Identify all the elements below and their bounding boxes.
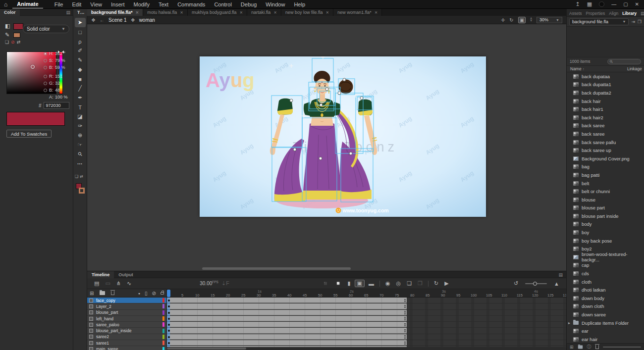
color-row-value[interactable]: 79 % xyxy=(55,58,65,63)
end-frame-marker[interactable] xyxy=(404,329,406,333)
new-layer-icon[interactable]: ⊞ xyxy=(90,291,94,296)
scene-breadcrumb[interactable]: Scene 1 xyxy=(108,17,127,23)
library-item[interactable]: down body xyxy=(567,294,644,302)
layer-row[interactable]: face_copy xyxy=(87,298,166,303)
hide-column-icon[interactable]: ⊘ xyxy=(152,291,156,296)
symbol-breadcrumb[interactable]: woman xyxy=(139,17,155,23)
rotation-tool-icon[interactable]: ↻ xyxy=(509,17,513,23)
document-tab[interactable]: nartaki.fla✕ xyxy=(247,9,281,16)
library-item-name[interactable]: cap xyxy=(582,262,589,268)
library-item-name[interactable]: back dupatta1 xyxy=(582,82,611,87)
new-folder-icon[interactable] xyxy=(578,345,582,349)
tab-output[interactable]: Output xyxy=(114,271,138,278)
library-item[interactable]: cds xyxy=(567,269,644,278)
layer-color-chip[interactable] xyxy=(162,304,164,308)
asset-warp-tool[interactable]: ⊕ xyxy=(75,131,86,140)
ruler-number[interactable]: 100 xyxy=(471,293,477,298)
library-item[interactable]: bag xyxy=(567,163,644,171)
workspace-icon[interactable]: ▦ xyxy=(587,1,592,7)
pasteboard[interactable]: AyugAyugAyugAyugAyugAyugAyugAyugAyugAyug… xyxy=(87,24,566,271)
menu-commands[interactable]: Commands xyxy=(173,0,210,8)
end-frame-marker[interactable] xyxy=(404,317,406,320)
ruler-number[interactable]: 15 xyxy=(211,293,215,298)
ruler-number[interactable]: 85 xyxy=(426,293,429,298)
layer-row[interactable]: saree1 xyxy=(87,340,166,346)
layer-name[interactable]: blouse_part xyxy=(96,310,118,315)
library-item-name[interactable]: body xyxy=(582,221,592,227)
library-item[interactable]: belt xyxy=(567,179,644,188)
layer-depth-icon[interactable]: ▤ xyxy=(91,280,102,286)
library-item[interactable]: back hair xyxy=(567,97,644,105)
library-item-name[interactable]: back hair xyxy=(582,99,601,104)
ruler-number[interactable]: 125 xyxy=(547,293,554,298)
library-item[interactable]: brown-wood-textured-backgr... xyxy=(567,253,644,261)
ruler-number[interactable]: 70 xyxy=(379,293,383,298)
library-item-name[interactable]: blouse xyxy=(582,197,595,202)
frame-span[interactable] xyxy=(167,303,407,309)
ruler-number[interactable]: 35 xyxy=(272,293,276,298)
library-item-name[interactable]: down saree xyxy=(582,312,606,317)
menu-text[interactable]: Text xyxy=(154,0,173,8)
layer-name[interactable]: saree_paloo xyxy=(96,322,119,327)
library-item-name[interactable]: belt xyxy=(582,181,589,186)
library-item-name[interactable]: back dupataa xyxy=(582,74,610,79)
add-to-swatches-button[interactable]: Add To Swatches xyxy=(6,130,52,138)
close-tab-icon[interactable]: ✕ xyxy=(326,10,329,15)
ruler-number[interactable]: 80 xyxy=(410,293,414,298)
library-item-name[interactable]: bag patti xyxy=(582,172,599,178)
reset-timeline-zoom-icon[interactable]: ↺ xyxy=(511,280,521,287)
color-row-value[interactable]: 32 xyxy=(55,81,60,86)
fill-color-swatch[interactable] xyxy=(13,23,23,30)
eraser-tool[interactable]: ◆ xyxy=(75,65,86,74)
tab-assets[interactable]: Assets xyxy=(569,11,582,16)
minimize-button[interactable]: — xyxy=(611,1,616,7)
ruler-number[interactable]: 65 xyxy=(364,293,368,298)
library-item[interactable]: back dupataa xyxy=(567,72,644,81)
frame-span[interactable] xyxy=(167,322,407,327)
center-stage-icon[interactable]: ✛ xyxy=(501,17,505,23)
playhead-marker[interactable] xyxy=(167,290,170,297)
frame-row[interactable] xyxy=(167,328,566,334)
ruler-number[interactable]: 30 xyxy=(257,293,261,298)
frame-span[interactable] xyxy=(167,346,407,347)
picker-cursor[interactable] xyxy=(31,65,35,69)
layer-name[interactable]: saree2 xyxy=(96,334,109,339)
menu-help[interactable]: Help xyxy=(289,0,310,8)
close-tab-icon[interactable]: ✕ xyxy=(375,10,378,15)
library-item[interactable]: cap xyxy=(567,261,644,270)
layer-color-chip[interactable] xyxy=(162,341,164,345)
keyframe-dot[interactable] xyxy=(168,300,170,301)
library-item[interactable]: back saree xyxy=(567,130,644,138)
loop-icon[interactable]: ↻ xyxy=(431,280,441,287)
close-tab-icon[interactable]: ✕ xyxy=(136,10,139,15)
end-frame-marker[interactable] xyxy=(404,342,406,345)
library-item[interactable]: bag patti xyxy=(567,171,644,179)
layer-row[interactable]: blouse_part xyxy=(87,310,166,316)
layer-row[interactable]: left_hand xyxy=(87,316,166,322)
line-tool[interactable]: ╱ xyxy=(75,84,86,93)
frame-row[interactable] xyxy=(167,322,566,328)
ruler-number[interactable]: 105 xyxy=(486,293,492,298)
color-row-value[interactable]: 151 xyxy=(55,74,62,79)
menu-view[interactable]: View xyxy=(86,0,107,8)
column-name[interactable]: Name xyxy=(570,66,582,71)
library-item[interactable]: back saree pallu xyxy=(567,138,644,147)
frame-ruler[interactable]: 5101520253035404550556065707580859095100… xyxy=(167,289,566,298)
end-frame-marker[interactable] xyxy=(404,299,406,302)
layer-row[interactable]: saree2 xyxy=(87,334,166,340)
color-radio[interactable] xyxy=(44,89,47,92)
tool-stroke-swatch[interactable] xyxy=(79,188,85,194)
layer-name[interactable]: main_saree xyxy=(96,347,118,350)
end-frame-marker[interactable] xyxy=(404,311,406,314)
library-item-name[interactable]: back hair2 xyxy=(582,115,603,120)
document-tab[interactable]: new boy low file.fla✕ xyxy=(281,9,333,16)
library-item-name[interactable]: back saree up xyxy=(582,148,611,153)
ruler-number[interactable]: 50 xyxy=(318,293,322,298)
ruler-number[interactable]: 60 xyxy=(349,293,353,298)
expand-chevron-icon[interactable]: ▸ xyxy=(568,321,570,325)
library-horizontal-scrollbar[interactable] xyxy=(603,347,641,348)
ruler-number[interactable]: 10 xyxy=(195,293,199,298)
keyframe-dot[interactable] xyxy=(168,336,170,338)
frames-pane[interactable]: 5101520253035404550556065707580859095100… xyxy=(167,289,566,347)
zoom-stepper[interactable]: ˄˅ xyxy=(530,18,532,22)
